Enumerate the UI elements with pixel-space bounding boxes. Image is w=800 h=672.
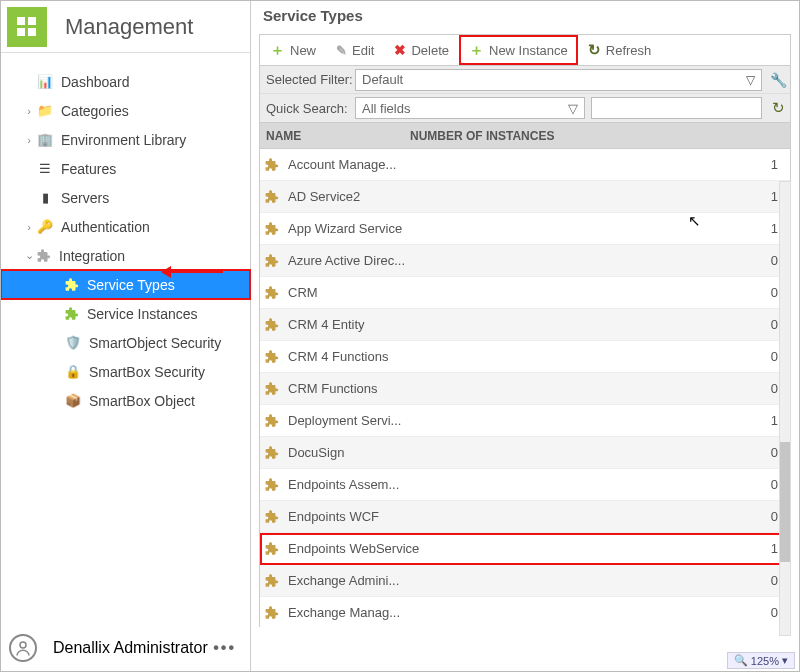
row-count-cell: 1: [756, 157, 790, 172]
features-icon: ☰: [37, 161, 53, 177]
expander-icon[interactable]: ›: [23, 221, 35, 233]
wrench-icon[interactable]: 🔧: [766, 72, 790, 88]
row-name-cell: Endpoints Assem...: [288, 477, 756, 492]
col-name-header[interactable]: NAME: [260, 129, 410, 143]
nav-service-types[interactable]: Service Types: [1, 270, 250, 299]
toolbar: ＋New ✎Edit ✖Delete ＋New Instance ↻Refres…: [259, 34, 791, 66]
nav-label: Categories: [61, 103, 129, 119]
table-row[interactable]: AD Service21: [260, 181, 790, 213]
server-icon: ▮: [37, 190, 53, 206]
nav-label: Dashboard: [61, 74, 130, 90]
scrollbar-thumb[interactable]: [780, 442, 790, 562]
grid-header: NAME NUMBER OF INSTANCES: [259, 123, 791, 149]
security-icon: 🛡️: [65, 335, 81, 351]
puzzle-icon: [264, 445, 280, 461]
nav-authentication[interactable]: › 🔑 Authentication: [1, 212, 250, 241]
quick-search-field-dropdown[interactable]: All fields ▽: [355, 97, 585, 119]
quick-search-label: Quick Search:: [260, 101, 355, 116]
edit-button[interactable]: ✎Edit: [326, 35, 384, 65]
col-count-header[interactable]: NUMBER OF INSTANCES: [410, 129, 790, 143]
new-button[interactable]: ＋New: [260, 35, 326, 65]
table-row[interactable]: CRM Functions0: [260, 373, 790, 405]
nav-features[interactable]: ☰ Features: [1, 154, 250, 183]
row-name-cell: CRM 4 Functions: [288, 349, 756, 364]
puzzle-icon: [264, 221, 280, 237]
expander-icon[interactable]: ›: [23, 134, 35, 146]
expander-icon[interactable]: ›: [23, 105, 35, 117]
btn-label: Delete: [411, 43, 449, 58]
table-row[interactable]: CRM0: [260, 277, 790, 309]
row-name-cell: CRM 4 Entity: [288, 317, 756, 332]
puzzle-icon: [264, 253, 280, 269]
grid-body: Account Manage...1AD Service21App Wizard…: [259, 149, 791, 627]
reload-icon[interactable]: ↻: [766, 99, 790, 117]
nav-dashboard[interactable]: 📊 Dashboard: [1, 67, 250, 96]
nav-categories[interactable]: › 📁 Categories: [1, 96, 250, 125]
row-name-cell: Endpoints WCF: [288, 509, 756, 524]
quick-search-input[interactable]: [591, 97, 762, 119]
table-row[interactable]: Endpoints WCF0: [260, 501, 790, 533]
table-row[interactable]: App Wizard Service1: [260, 213, 790, 245]
puzzle-icon: [264, 317, 280, 333]
table-row[interactable]: CRM 4 Functions0: [260, 341, 790, 373]
table-row[interactable]: Exchange Manag...0: [260, 597, 790, 627]
puzzle-icon: [264, 285, 280, 301]
more-menu-icon[interactable]: •••: [213, 639, 236, 657]
expander-icon[interactable]: ⌄: [23, 249, 35, 262]
btn-label: Edit: [352, 43, 374, 58]
table-row[interactable]: Account Manage...1: [260, 149, 790, 181]
folder-icon: 📁: [37, 103, 53, 119]
chevron-down-icon: ▽: [746, 73, 755, 87]
key-icon: 🔑: [37, 219, 53, 235]
row-name-cell: CRM Functions: [288, 381, 756, 396]
puzzle-icon: [264, 189, 280, 205]
sidebar-footer: Denallix Administrator •••: [1, 625, 250, 671]
selected-filter-label: Selected Filter:: [260, 72, 355, 87]
table-row[interactable]: Azure Active Direc...0: [260, 245, 790, 277]
nav-label: Service Instances: [87, 306, 198, 322]
row-name-cell: Azure Active Direc...: [288, 253, 756, 268]
nav-smartbox-object[interactable]: 📦 SmartBox Object: [1, 386, 250, 415]
zoom-indicator[interactable]: 🔍 125% ▾: [727, 652, 795, 669]
vertical-scrollbar[interactable]: [779, 181, 791, 636]
delete-icon: ✖: [394, 42, 406, 58]
selected-filter-dropdown[interactable]: Default ▽: [355, 69, 762, 91]
user-name: Denallix Administrator: [53, 639, 208, 657]
puzzle-icon: [264, 509, 280, 525]
nav-smartobject-security[interactable]: 🛡️ SmartObject Security: [1, 328, 250, 357]
puzzle-icon: [37, 249, 51, 263]
app-logo[interactable]: [7, 7, 47, 47]
refresh-button[interactable]: ↻Refresh: [578, 35, 662, 65]
row-name-cell: DocuSign: [288, 445, 756, 460]
plus-icon: ＋: [469, 41, 484, 60]
zoom-value: 125%: [751, 655, 779, 667]
btn-label: Refresh: [606, 43, 652, 58]
table-row[interactable]: CRM 4 Entity0: [260, 309, 790, 341]
delete-button[interactable]: ✖Delete: [384, 35, 459, 65]
nav-integration[interactable]: ⌄ Integration: [1, 241, 250, 270]
nav-label: Servers: [61, 190, 109, 206]
puzzle-icon: [264, 381, 280, 397]
nav-service-instances[interactable]: Service Instances: [1, 299, 250, 328]
row-name-cell: Exchange Manag...: [288, 605, 756, 620]
nav-label: SmartBox Object: [89, 393, 195, 409]
puzzle-icon: [264, 413, 280, 429]
puzzle-icon: [65, 307, 79, 321]
nav-smartbox-security[interactable]: 🔒 SmartBox Security: [1, 357, 250, 386]
nav-label: Authentication: [61, 219, 150, 235]
user-avatar-icon[interactable]: [9, 634, 37, 662]
table-row[interactable]: Endpoints WebService1: [260, 533, 790, 565]
table-row[interactable]: Endpoints Assem...0: [260, 469, 790, 501]
library-icon: 🏢: [37, 132, 53, 148]
table-row[interactable]: Exchange Admini...0: [260, 565, 790, 597]
row-name-cell: Account Manage...: [288, 157, 756, 172]
nav-label: Service Types: [87, 277, 175, 293]
new-instance-button[interactable]: ＋New Instance: [459, 35, 578, 65]
nav-environment-library[interactable]: › 🏢 Environment Library: [1, 125, 250, 154]
table-row[interactable]: DocuSign0: [260, 437, 790, 469]
table-row[interactable]: Deployment Servi...1: [260, 405, 790, 437]
row-name-cell: Endpoints WebService: [288, 541, 756, 556]
nav-servers[interactable]: ▮ Servers: [1, 183, 250, 212]
dashboard-icon: 📊: [37, 74, 53, 90]
puzzle-icon: [264, 157, 280, 173]
